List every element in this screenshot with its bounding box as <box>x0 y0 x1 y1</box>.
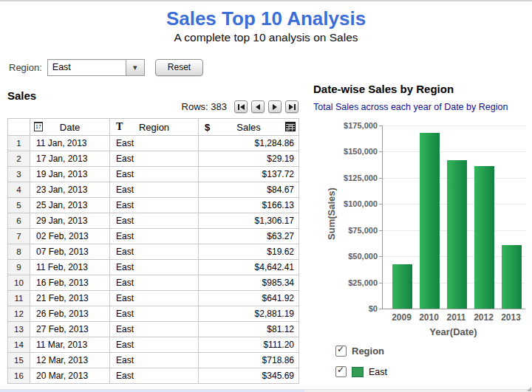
cell-region: East <box>110 337 199 353</box>
x-tick-label: 2009 <box>388 312 415 323</box>
cell-sales: $641.92 <box>199 291 299 306</box>
bar-2010[interactable] <box>420 133 440 309</box>
legend-item-label: East <box>369 367 387 377</box>
chevron-down-icon[interactable]: ▾ <box>126 60 144 75</box>
east-checkbox[interactable]: ✓ <box>335 366 347 377</box>
resize-grip-icon[interactable] <box>527 387 531 391</box>
report-header: Sales Top 10 Analysis A complete top 10 … <box>0 8 532 44</box>
table-grid-icon[interactable] <box>285 122 296 131</box>
row-number: 8 <box>8 244 30 260</box>
cell-region: East <box>110 244 199 260</box>
column-header-sales[interactable]: $ Sales <box>199 119 299 136</box>
cell-date: 17 Jan, 2013 <box>30 151 110 167</box>
column-header-date[interactable]: 17 Date <box>30 119 110 136</box>
cell-region: East <box>110 167 199 182</box>
y-axis-title: Sum(Sales) <box>326 177 337 251</box>
column-header-region[interactable]: T Region <box>110 119 199 136</box>
table-row[interactable]: 629 Jan, 2013East$1,306.17 <box>8 213 299 229</box>
cell-date: 20 Mar, 2013 <box>30 368 110 384</box>
legend-swatch-east <box>352 367 364 377</box>
row-number: 12 <box>8 306 30 322</box>
row-number: 3 <box>8 167 30 182</box>
table-row[interactable]: 911 Feb, 2013East$4,642.41 <box>8 260 299 275</box>
table-row[interactable]: 111 Jan, 2013East$1,284.86 <box>8 136 299 151</box>
chart-title: Date-wise Sales by Region <box>313 83 529 95</box>
checkmark-icon: ✓ <box>337 344 344 354</box>
cell-sales: $29.19 <box>199 151 299 167</box>
y-gridline <box>383 125 525 126</box>
cell-date: 27 Feb, 2013 <box>30 322 110 337</box>
cell-date: 21 Feb, 2013 <box>30 291 110 306</box>
bar-2012[interactable] <box>474 166 494 309</box>
cell-region: East <box>110 182 199 198</box>
table-row[interactable]: 319 Jan, 2013East$137.72 <box>8 167 299 182</box>
table-row[interactable]: 525 Jan, 2013East$166.13 <box>8 198 299 213</box>
cell-sales: $84.67 <box>199 182 299 198</box>
reset-button[interactable]: Reset <box>155 59 203 76</box>
pagination-prev-button[interactable] <box>251 100 265 113</box>
cell-sales: $166.13 <box>199 198 299 213</box>
cell-sales: $81.12 <box>199 322 299 337</box>
table-row[interactable]: 807 Feb, 2013East$19.62 <box>8 244 299 260</box>
sales-table-body: 111 Jan, 2013East$1,284.86217 Jan, 2013E… <box>8 136 299 384</box>
cell-sales: $4,642.41 <box>199 260 299 275</box>
y-tick-mark <box>379 151 382 152</box>
cell-date: 26 Feb, 2013 <box>30 306 110 322</box>
table-row[interactable]: 217 Jan, 2013East$29.19 <box>8 151 299 167</box>
cell-sales: $345.69 <box>199 368 299 384</box>
region-dropdown[interactable]: East ▾ <box>47 59 145 76</box>
table-row[interactable]: 1121 Feb, 2013East$641.92 <box>8 291 299 306</box>
bar-2009[interactable] <box>392 264 412 309</box>
table-row[interactable]: 1327 Feb, 2013East$81.12 <box>8 322 299 337</box>
row-number: 6 <box>8 213 30 229</box>
y-tick-mark <box>379 283 382 283</box>
calendar-icon: 17 <box>34 122 43 131</box>
pagination-first-button[interactable] <box>234 100 248 113</box>
table-row[interactable]: 423 Jan, 2013East$84.67 <box>8 182 299 198</box>
row-count-label: Rows: 383 <box>182 101 227 112</box>
column-label-date: Date <box>60 122 80 133</box>
cell-date: 11 Feb, 2013 <box>30 260 110 275</box>
cell-region: East <box>110 275 199 291</box>
table-row[interactable]: 1016 Feb, 2013East$985.34 <box>8 275 299 291</box>
prev-page-icon <box>256 104 260 110</box>
pagination-last-button[interactable] <box>285 100 299 113</box>
filter-bar: Region: East ▾ Reset <box>9 59 203 75</box>
cell-date: 02 Feb, 2013 <box>30 229 110 244</box>
table-row[interactable]: 1512 Mar, 2013East$718.86 <box>8 353 299 368</box>
table-row[interactable]: 1411 Mar, 2013East$111.20 <box>8 337 299 353</box>
legend-filter-region: ✓ Region <box>335 345 384 357</box>
table-header-row: 17 Date T Region $ Sales <box>8 119 299 136</box>
cell-date: 12 Mar, 2013 <box>30 353 110 368</box>
bar-2011[interactable] <box>447 160 467 309</box>
y-tick-label: $100,000 <box>315 199 378 208</box>
cell-sales: $137.72 <box>199 167 299 182</box>
chart-plot <box>382 125 525 309</box>
y-tick-label: $50,000 <box>315 252 378 261</box>
table-row[interactable]: 1226 Feb, 2013East$2,881.19 <box>8 306 299 322</box>
cell-region: East <box>110 291 199 306</box>
row-number: 16 <box>8 368 30 384</box>
checkmark-icon: ✓ <box>337 365 344 375</box>
pagination-next-button[interactable] <box>268 100 282 113</box>
region-filter-label: Region: <box>9 62 42 73</box>
row-number: 11 <box>8 291 30 306</box>
table-row[interactable]: 702 Feb, 2013East$63.27 <box>8 229 299 244</box>
cell-sales: $1,284.86 <box>199 136 299 151</box>
cell-region: East <box>110 136 199 151</box>
bar-2013[interactable] <box>502 245 522 309</box>
x-tick-label: 2010 <box>415 312 443 323</box>
region-dropdown-value: East <box>48 60 126 75</box>
row-number: 2 <box>8 151 30 167</box>
y-tick-mark <box>379 178 382 179</box>
x-tick-label: 2011 <box>443 312 470 323</box>
table-row[interactable]: 1620 Mar, 2013East$345.69 <box>8 368 299 384</box>
cell-region: East <box>110 260 199 275</box>
row-number: 10 <box>8 275 30 291</box>
legend-group-label: Region <box>352 345 384 357</box>
region-checkbox[interactable]: ✓ <box>335 345 347 357</box>
column-label-region: Region <box>139 122 169 133</box>
legend-filter-east: ✓ East <box>335 366 387 377</box>
y-tick-mark <box>379 125 382 126</box>
cell-date: 11 Mar, 2013 <box>30 337 110 353</box>
